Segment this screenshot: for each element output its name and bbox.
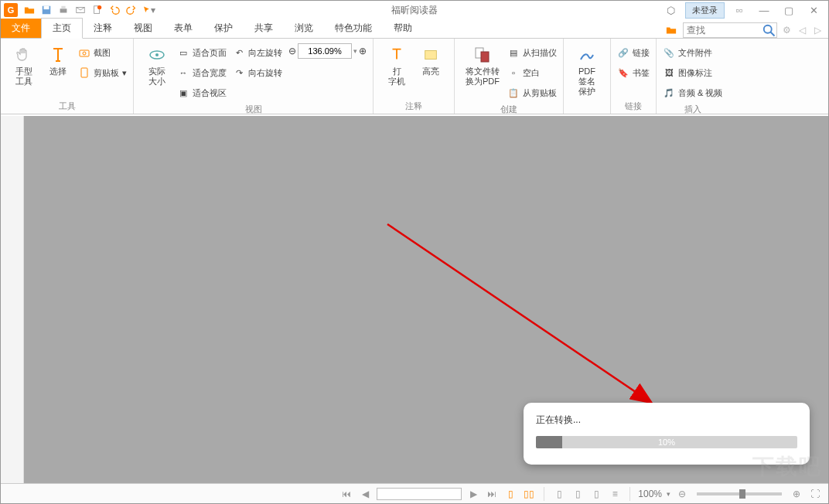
hand-tool-button[interactable]: 手型 工具 [7, 42, 41, 87]
zoom-out-icon[interactable]: ⊖ [288, 46, 296, 56]
zoom-in-icon[interactable]: ⊕ [359, 46, 367, 56]
file-attachment-button[interactable]: 📎文件附件 [663, 43, 722, 62]
tab-features[interactable]: 特色功能 [324, 19, 383, 38]
tab-share[interactable]: 共享 [244, 19, 284, 38]
pdf-sign-button[interactable]: PDF 签名 保护 [570, 42, 604, 97]
group-sign-label [570, 111, 604, 114]
tab-form[interactable]: 表单 [163, 19, 203, 38]
blank-pdf-button[interactable]: ▫空白 [507, 63, 557, 82]
convert-icon [472, 45, 493, 65]
maximize-icon[interactable]: ▢ [779, 3, 799, 17]
search-input[interactable] [684, 25, 761, 36]
media-icon: 🎵 [663, 87, 675, 99]
view3-icon[interactable]: ▯ [589, 487, 603, 501]
ribbon-options-icon[interactable]: ▫▫ [729, 3, 749, 17]
tab-home[interactable]: 主页 [41, 18, 83, 39]
open-icon[interactable] [22, 3, 36, 17]
view4-icon[interactable]: ≡ [608, 487, 622, 501]
actual-size-button[interactable]: 实际 大小 [140, 42, 174, 87]
left-sidebar[interactable] [1, 116, 24, 483]
svg-point-9 [83, 52, 86, 55]
tab-help[interactable]: 帮助 [383, 19, 423, 38]
cursor-icon[interactable]: ▾ [142, 3, 155, 17]
svg-line-16 [387, 224, 650, 402]
gear-icon[interactable]: ⚙ [780, 25, 793, 36]
tab-view[interactable]: 视图 [123, 19, 163, 38]
new-icon[interactable] [90, 3, 104, 17]
blank-icon: ▫ [507, 66, 520, 79]
from-clipboard-button[interactable]: 📋从剪贴板 [507, 83, 557, 102]
fit-page-button[interactable]: ▭适合页面 [177, 43, 227, 62]
attachment-icon: 📎 [663, 46, 675, 59]
group-view-label: 视图 [140, 102, 367, 117]
first-page-icon[interactable]: ⏮ [339, 487, 353, 501]
close-icon[interactable]: ✕ [803, 3, 824, 17]
layout1-icon[interactable]: ▯ [503, 487, 517, 501]
svg-rect-13 [425, 51, 437, 60]
annotation-arrow [380, 216, 674, 417]
audio-video-button[interactable]: 🎵音频 & 视频 [663, 83, 722, 102]
bookmark-icon: 🔖 [617, 66, 629, 79]
fit-visible-button[interactable]: ▣适合视区 [177, 83, 227, 102]
tab-protect[interactable]: 保护 [203, 19, 244, 38]
last-page-icon[interactable]: ⏭ [485, 487, 499, 501]
pin-icon[interactable]: ⬡ [660, 3, 681, 17]
prev-page-icon[interactable]: ◀ [358, 487, 372, 501]
svg-rect-15 [481, 52, 489, 62]
rotate-right-button[interactable]: ↷向右旋转 [233, 63, 282, 82]
tab-browse[interactable]: 浏览 [284, 19, 324, 38]
select-button[interactable]: 选择 [41, 42, 75, 77]
app-title: 福昕阅读器 [391, 4, 438, 17]
login-button[interactable]: 未登录 [685, 2, 725, 19]
undo-icon[interactable] [107, 3, 121, 17]
fullscreen-icon[interactable]: ⛶ [808, 487, 822, 501]
rotate-left-button[interactable]: ↶向左旋转 [233, 43, 282, 62]
rotate-left-icon: ↶ [233, 46, 245, 59]
bookmark-button[interactable]: 🔖书签 [617, 63, 650, 82]
camera-icon [78, 46, 90, 59]
progress-bar: 10% [536, 436, 797, 448]
from-scanner-button[interactable]: ▤从扫描仪 [507, 43, 557, 62]
prev-icon[interactable]: ◁ [796, 25, 808, 36]
svg-point-6 [97, 5, 101, 9]
group-link-label: 链接 [617, 99, 650, 114]
image-icon: 🖼 [663, 66, 675, 79]
fit-width-button[interactable]: ↔适合宽度 [177, 63, 227, 82]
link-button[interactable]: 🔗链接 [617, 43, 650, 62]
folder-search-icon[interactable] [664, 23, 678, 37]
zoom-slider[interactable] [697, 492, 782, 495]
tab-comment[interactable]: 注释 [83, 19, 123, 38]
svg-rect-8 [80, 50, 89, 56]
convert-pdf-button[interactable]: 将文件转 换为PDF [461, 42, 504, 87]
zoom-out-status-icon[interactable]: ⊖ [675, 487, 689, 501]
image-annot-button[interactable]: 🖼图像标注 [663, 63, 722, 82]
zoom-input[interactable] [298, 43, 352, 59]
svg-point-12 [155, 53, 159, 56]
screenshot-button[interactable]: 截图 [78, 43, 127, 62]
zoom-percent: 100% [638, 489, 662, 499]
next-page-icon[interactable]: ▶ [466, 487, 480, 501]
redo-icon[interactable] [125, 3, 138, 17]
highlight-icon [421, 45, 441, 65]
typewriter-icon [387, 45, 407, 65]
highlight-button[interactable]: 高亮 [414, 42, 448, 77]
zoom-in-status-icon[interactable]: ⊕ [790, 487, 803, 501]
typewriter-button[interactable]: 打 字机 [380, 42, 414, 87]
minimize-icon[interactable]: — [754, 3, 774, 17]
view2-icon[interactable]: ▯ [571, 487, 585, 501]
tab-file[interactable]: 文件 [1, 19, 41, 38]
clipboard-icon [78, 66, 90, 79]
page-input[interactable] [377, 488, 462, 500]
print-icon[interactable] [56, 3, 70, 17]
layout2-icon[interactable]: ▯▯ [522, 487, 536, 501]
save-icon[interactable] [39, 3, 53, 17]
next-icon[interactable]: ▷ [811, 25, 824, 36]
search-icon[interactable] [761, 23, 776, 37]
email-icon[interactable] [73, 3, 87, 17]
search-input-wrapper [683, 22, 777, 38]
group-insert-label: 插入 [663, 102, 722, 117]
clipboard-button[interactable]: 剪贴板 ▾ [78, 63, 127, 82]
fitwidth-icon: ↔ [177, 66, 189, 79]
view1-icon[interactable]: ▯ [552, 487, 566, 501]
signature-icon [577, 45, 597, 65]
